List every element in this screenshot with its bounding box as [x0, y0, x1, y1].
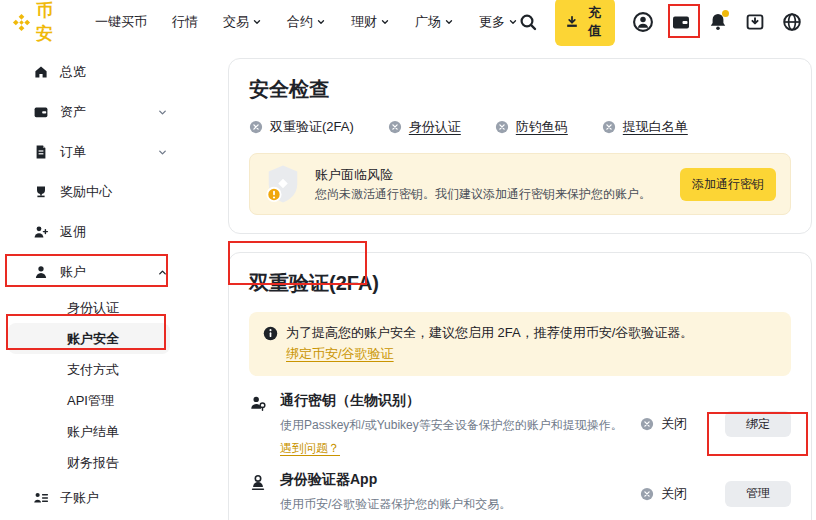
- check-item-anti-phishing[interactable]: 防钓鱼码: [495, 118, 568, 136]
- deposit-label: 充值: [584, 4, 605, 40]
- sidebar-subitem-account-statement[interactable]: 账户结单: [8, 416, 170, 447]
- sidebar-item-label: 资产: [60, 103, 86, 121]
- notice-text: 为了提高您的账户安全，建议您启用 2FA，推荐使用币安/谷歌验证器。: [286, 323, 693, 344]
- logo-text: 币安: [36, 0, 71, 45]
- row-title: 身份验证器App: [280, 471, 627, 489]
- bind-authenticator-link[interactable]: 绑定币安/谷歌验证: [286, 346, 394, 361]
- circle-x-status-icon: [249, 120, 263, 134]
- add-passkey-button[interactable]: 添加通行密钥: [680, 168, 776, 201]
- check-item-label: 双重验证(2FA): [270, 118, 354, 136]
- chevron-down-icon: [316, 17, 326, 27]
- app-download-icon[interactable]: [745, 12, 765, 32]
- security-check-title: 安全检查: [249, 76, 791, 103]
- sidebar-item-label: 奖励中心: [60, 183, 112, 201]
- subitem-label: 账户结单: [67, 423, 119, 441]
- chevron-down-icon: [444, 17, 454, 27]
- circle-x-status-icon: [640, 417, 654, 431]
- binance-logo-icon: [12, 13, 31, 32]
- deposit-button[interactable]: 充值: [555, 0, 615, 46]
- row-title: 通行密钥（生物识别）: [280, 392, 627, 410]
- passkey-biometric-icon: [249, 394, 267, 457]
- authenticator-app-icon: [249, 473, 267, 517]
- sidebar-item-referral[interactable]: 返佣: [0, 212, 180, 252]
- home-icon: [33, 64, 49, 80]
- main-nav: 一键买币 行情 交易 合约 理财 广场 更多: [95, 13, 518, 31]
- sidebar-item-rewards-hub[interactable]: 奖励中心: [0, 172, 180, 212]
- nav-item-trade[interactable]: 交易: [223, 13, 262, 31]
- alert-description: 您尚未激活通行密钥。我们建议添加通行密钥来保护您的账户。: [315, 185, 651, 204]
- main-content: 安全检查 双重验证(2FA) 身份认证 防钓鱼码 提现白名单: [228, 58, 812, 520]
- nav-item-futures[interactable]: 合约: [287, 13, 326, 31]
- notice-texts: 为了提高您的账户安全，建议您启用 2FA，推荐使用币安/谷歌验证器。 绑定币安/…: [286, 323, 693, 365]
- chevron-down-icon: [252, 17, 262, 27]
- sidebar-item-overview[interactable]: 总览: [0, 52, 180, 92]
- alert-texts: 账户面临风险 您尚未激活通行密钥。我们建议添加通行密钥来保护您的账户。: [315, 165, 651, 204]
- subitem-label: 支付方式: [67, 361, 119, 379]
- circle-x-status-icon: [602, 120, 616, 134]
- sidebar-item-orders[interactable]: 订单: [0, 132, 180, 172]
- sidebar-item-label: 总览: [60, 63, 86, 81]
- circle-x-status-icon: [640, 487, 654, 501]
- row-status: 关闭: [640, 485, 712, 503]
- header-actions: 充值: [518, 0, 802, 46]
- notifications-bell-icon[interactable]: [708, 12, 728, 32]
- chevron-down-icon: [380, 17, 390, 27]
- sidebar: 总览 资产 订单 奖励中心 返佣 账户 身份认证 账户安全 支付方式 API管理: [0, 52, 180, 518]
- sidebar-subitem-account-security[interactable]: 账户安全: [8, 323, 170, 354]
- top-navbar: 币安 一键买币 行情 交易 合约 理财 广场 更多: [0, 0, 816, 44]
- sidebar-subitem-identity-verification[interactable]: 身份认证: [8, 292, 170, 323]
- search-icon[interactable]: [518, 12, 538, 32]
- orders-icon: [33, 144, 49, 160]
- chevron-up-icon: [157, 267, 168, 278]
- nav-label: 交易: [223, 13, 249, 31]
- binance-logo[interactable]: 币安: [12, 0, 71, 45]
- circle-x-status-icon: [495, 120, 509, 134]
- authenticator-manage-button[interactable]: 管理: [725, 481, 791, 507]
- nav-item-markets[interactable]: 行情: [172, 13, 198, 31]
- nav-item-earn[interactable]: 理财: [351, 13, 390, 31]
- status-label: 关闭: [661, 415, 687, 433]
- wallet-icon: [33, 104, 49, 120]
- deposit-icon: [565, 15, 579, 29]
- twofa-notice: 为了提高您的账户安全，建议您启用 2FA，推荐使用币安/谷歌验证器。 绑定币安/…: [249, 312, 791, 376]
- chevron-down-icon: [508, 17, 518, 27]
- account-person-icon: [33, 264, 49, 280]
- nav-item-more[interactable]: 更多: [479, 13, 518, 31]
- sidebar-subitem-api-management[interactable]: API管理: [8, 385, 170, 416]
- chevron-down-icon: [157, 147, 168, 158]
- nav-label: 合约: [287, 13, 313, 31]
- sidebar-item-label: 订单: [60, 143, 86, 161]
- circle-x-status-icon: [388, 120, 402, 134]
- sub-accounts-icon: [33, 490, 49, 506]
- sidebar-subitem-financial-reports[interactable]: 财务报告: [8, 447, 170, 478]
- passkey-bind-button[interactable]: 绑定: [725, 411, 791, 437]
- language-globe-icon[interactable]: [782, 12, 802, 32]
- nav-item-buy-crypto[interactable]: 一键买币: [95, 13, 147, 31]
- sidebar-item-account[interactable]: 账户: [0, 252, 180, 292]
- subitem-label: 账户安全: [67, 330, 119, 348]
- check-item-withdrawal-whitelist[interactable]: 提现白名单: [602, 118, 688, 136]
- status-label: 关闭: [661, 485, 687, 503]
- info-icon: [263, 326, 278, 365]
- passkey-help-link[interactable]: 遇到问题？: [280, 441, 340, 455]
- nav-label: 广场: [415, 13, 441, 31]
- alert-title: 账户面临风险: [315, 165, 651, 185]
- sidebar-subitem-payment-methods[interactable]: 支付方式: [8, 354, 170, 385]
- wallet-icon[interactable]: [671, 12, 691, 32]
- row-description: 使用币安/谷歌验证器保护您的账户和交易。: [280, 495, 627, 513]
- account-risk-alert: 账户面临风险 您尚未激活通行密钥。我们建议添加通行密钥来保护您的账户。 添加通行…: [249, 153, 791, 215]
- sidebar-item-sub-accounts[interactable]: 子账户: [0, 478, 180, 518]
- notification-dot: [722, 10, 729, 17]
- nav-item-square[interactable]: 广场: [415, 13, 454, 31]
- sidebar-item-assets[interactable]: 资产: [0, 92, 180, 132]
- check-item-label: 防钓鱼码: [516, 118, 568, 136]
- sidebar-item-label: 返佣: [60, 223, 86, 241]
- row-main: 通行密钥（生物识别） 使用Passkey和/或Yubikey等安全设备保护您的账…: [280, 392, 627, 457]
- twofa-title: 双重验证(2FA): [249, 270, 791, 297]
- nav-label: 一键买币: [95, 13, 147, 31]
- chevron-down-icon: [157, 107, 168, 118]
- twofa-row-passkey: 通行密钥（生物识别） 使用Passkey和/或Yubikey等安全设备保护您的账…: [249, 392, 791, 457]
- profile-icon[interactable]: [632, 11, 654, 33]
- check-item-2fa[interactable]: 双重验证(2FA): [249, 118, 354, 136]
- check-item-identity[interactable]: 身份认证: [388, 118, 461, 136]
